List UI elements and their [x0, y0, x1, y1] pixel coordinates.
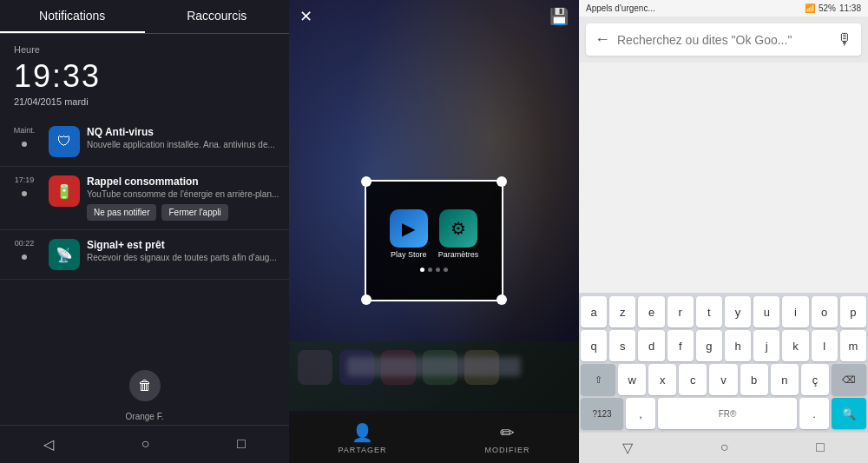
key-k[interactable]: k	[782, 330, 808, 361]
shift-key[interactable]: ⇧	[581, 364, 615, 395]
search-key[interactable]: 🔍	[832, 398, 866, 429]
notif-icon-signal: 📡	[49, 239, 80, 270]
edit-icon: ✏	[500, 422, 515, 443]
notif-meta: Maint.	[7, 126, 42, 147]
recents-button[interactable]: □	[220, 433, 263, 456]
folder-content: ▶ Play Store ⚙ Paramètres	[366, 182, 502, 300]
screenshot-bg-bottom	[289, 341, 579, 411]
notif-dot	[22, 255, 27, 260]
dot-2	[428, 268, 432, 272]
trash-button[interactable]: 🗑	[129, 370, 161, 401]
key-e[interactable]: e	[638, 296, 664, 327]
clock-display: 19:33	[14, 58, 275, 95]
close-icon[interactable]: ✕	[299, 7, 312, 26]
key-d[interactable]: d	[638, 330, 664, 361]
home-button[interactable]: ○	[124, 433, 168, 456]
fermer-appli-button[interactable]: Fermer l'appli	[161, 204, 227, 221]
panel-screenshot-editor: ✕ 💾 9107 ▶ Play Store	[289, 0, 579, 463]
key-o[interactable]: o	[812, 296, 838, 327]
notif-content: Rappel consommation YouTube consomme de …	[87, 175, 280, 221]
handle-bottom-right[interactable]	[496, 294, 507, 305]
notif-desc: Recevoir des signaux de toutes parts afi…	[87, 253, 280, 262]
key-r[interactable]: r	[667, 296, 694, 327]
notif-icon-nq: 🛡	[49, 126, 80, 157]
key-x[interactable]: x	[648, 364, 676, 395]
folder-apps: ▶ Play Store ⚙ Paramètres	[390, 209, 479, 259]
playstore-label: Play Store	[391, 250, 427, 259]
handle-bottom-left[interactable]	[361, 294, 372, 305]
key-u[interactable]: u	[753, 296, 779, 327]
key-c[interactable]: c	[679, 364, 707, 395]
key-t[interactable]: t	[696, 296, 722, 327]
screenshot-header: ✕ 💾	[289, 0, 579, 33]
key-g[interactable]: g	[696, 330, 722, 361]
keyboard-row-3: ⇧ w x c v b n ç ⌫	[581, 364, 866, 395]
selection-box[interactable]: ▶ Play Store ⚙ Paramètres	[365, 180, 503, 301]
battery-level: 52%	[819, 3, 836, 13]
key-f[interactable]: f	[667, 330, 694, 361]
key-i[interactable]: i	[782, 296, 808, 327]
navigation-bar: ◁ ○ □	[0, 425, 289, 463]
settings-label: Paramètres	[438, 250, 479, 259]
key-p[interactable]: p	[840, 296, 866, 327]
handle-top-right[interactable]	[496, 176, 507, 187]
period-key[interactable]: .	[799, 398, 829, 429]
settings-icon: ⚙	[439, 209, 477, 248]
notif-time: 00:22	[15, 239, 35, 248]
key-s[interactable]: s	[609, 330, 635, 361]
comma-key[interactable]: ,	[626, 398, 655, 429]
blurred-text-area	[347, 357, 521, 376]
key-l[interactable]: l	[812, 330, 838, 361]
list-item: Maint. 🛡 NQ Anti-virus Nouvelle applicat…	[0, 117, 289, 167]
dot-4	[444, 268, 448, 272]
key-v[interactable]: v	[709, 364, 737, 395]
home-nav-button[interactable]: ○	[703, 438, 746, 458]
key-n[interactable]: n	[771, 364, 799, 395]
share-action[interactable]: 👤 PARTAGER	[338, 422, 386, 454]
time-block: Heure 19:33 21/04/2015 mardi	[0, 34, 289, 117]
list-item: 17:19 🔋 Rappel consommation YouTube cons…	[0, 167, 289, 230]
search-input[interactable]	[617, 33, 830, 47]
tab-notifications[interactable]: Notifications	[0, 0, 145, 33]
key-y[interactable]: y	[725, 296, 751, 327]
back-icon[interactable]: ←	[595, 30, 610, 49]
notif-content: Signal+ est prêt Recevoir des signaux de…	[87, 239, 280, 262]
key-q[interactable]: q	[581, 330, 607, 361]
save-icon[interactable]: 💾	[549, 7, 569, 26]
notif-desc: YouTube consomme de l'énergie en arrière…	[87, 189, 280, 199]
notif-actions: Ne pas notifier Fermer l'appli	[87, 204, 280, 221]
folder-app-settings[interactable]: ⚙ Paramètres	[438, 209, 479, 259]
notif-meta: 17:19	[7, 175, 42, 196]
backspace-key[interactable]: ⌫	[832, 364, 866, 395]
keyboard-row-1: a z e r t y u i o p	[581, 296, 866, 327]
key-j[interactable]: j	[753, 330, 779, 361]
edit-action[interactable]: ✏ MODIFIER	[484, 422, 529, 454]
key-c-cedilla[interactable]: ç	[801, 364, 829, 395]
list-item: 00:22 📡 Signal+ est prêt Recevoir des si…	[0, 230, 289, 280]
key-b[interactable]: b	[740, 364, 768, 395]
tab-raccourcis[interactable]: Raccourcis	[145, 0, 290, 33]
status-carrier: Appels d'urgenc...	[586, 3, 655, 13]
recents-nav-button[interactable]: □	[799, 438, 842, 458]
key-a[interactable]: a	[581, 296, 607, 327]
numbers-key[interactable]: ?123	[581, 398, 623, 429]
notification-tabs: Notifications Raccourcis	[0, 0, 289, 34]
key-z[interactable]: z	[609, 296, 635, 327]
ne-pas-notifier-button[interactable]: Ne pas notifier	[87, 204, 156, 221]
notif-title: Rappel consommation	[87, 175, 280, 188]
back-nav-button[interactable]: ▽	[605, 438, 650, 458]
panel-search: Appels d'urgenc... 📶 52% 11:38 ← 🎙 a z e…	[579, 0, 868, 463]
folder-app-playstore[interactable]: ▶ Play Store	[390, 209, 428, 259]
microphone-icon[interactable]: 🎙	[837, 30, 852, 49]
notif-title: Signal+ est prêt	[87, 239, 280, 251]
key-w[interactable]: w	[618, 364, 646, 395]
key-m[interactable]: m	[840, 330, 866, 361]
space-key[interactable]: FR®	[658, 398, 797, 429]
heure-label: Heure	[14, 44, 275, 55]
notif-meta: 00:22	[7, 239, 42, 260]
back-button[interactable]: ◁	[26, 433, 71, 456]
key-h[interactable]: h	[725, 330, 751, 361]
notif-dot	[22, 191, 27, 196]
share-label: PARTAGER	[338, 446, 386, 454]
handle-top-left[interactable]	[361, 176, 372, 187]
